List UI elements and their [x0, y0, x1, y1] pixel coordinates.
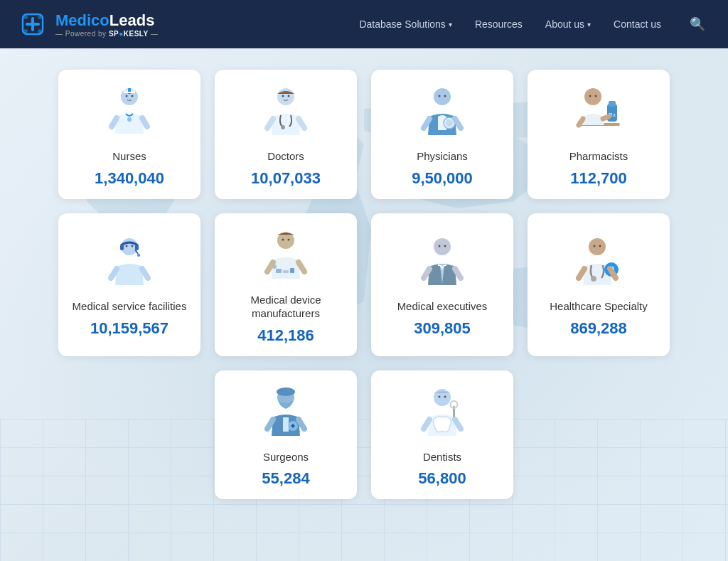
search-icon[interactable]: 🔍 — [684, 11, 711, 38]
svg-point-6 — [38, 29, 42, 33]
svg-point-13 — [132, 95, 134, 97]
card-pharmacists-count: 112,700 — [570, 169, 627, 188]
card-medical-device-label: Medical device manufacturers — [226, 293, 346, 321]
physician-icon — [414, 84, 471, 141]
card-healthcare-specialty-count: 869,288 — [570, 319, 627, 338]
card-dentists[interactable]: Dentists 56,800 — [371, 370, 513, 500]
card-doctors-count: 10,07,033 — [251, 169, 321, 188]
cards-row-3: Surgeons 55,284 — [215, 370, 513, 500]
svg-point-44 — [439, 245, 441, 247]
medical-service-icon — [101, 234, 158, 291]
card-physicians-label: Physicians — [417, 149, 468, 164]
nav-resources[interactable]: Resources — [466, 13, 531, 36]
medical-executive-icon — [414, 234, 471, 291]
svg-rect-2 — [26, 23, 40, 26]
logo-icon — [17, 9, 48, 40]
brand-name: MedicoLeads — [55, 11, 158, 30]
chevron-down-icon: ▾ — [449, 21, 452, 28]
card-medical-executives[interactable]: Medical executives 309,805 — [371, 213, 513, 356]
svg-rect-31 — [120, 245, 124, 250]
nav-links: Database Solutions ▾ Resources About us … — [350, 13, 670, 36]
logo-text: MedicoLeads — Powered by SP●KESLY — — [55, 11, 158, 38]
card-surgeons-label: Surgeons — [263, 450, 309, 464]
svg-rect-37 — [276, 269, 282, 273]
svg-point-45 — [444, 245, 446, 247]
card-nurses-count: 1,340,040 — [95, 169, 164, 188]
svg-rect-55 — [283, 417, 289, 432]
doctor-icon — [257, 84, 314, 141]
nav-database-solutions[interactable]: Database Solutions ▾ — [350, 13, 460, 36]
card-medical-service-count: 10,159,567 — [90, 319, 168, 338]
svg-point-4 — [38, 15, 42, 19]
svg-point-3 — [23, 15, 28, 19]
svg-point-29 — [595, 95, 597, 97]
nav-contact-us[interactable]: Contact us — [605, 13, 670, 36]
card-healthcare-specialty[interactable]: Healthcare Specialty 869,288 — [528, 213, 670, 356]
svg-point-41 — [282, 238, 284, 240]
card-doctors[interactable]: Doctors 10,07,033 — [215, 70, 357, 199]
svg-point-60 — [439, 395, 441, 397]
logo-area: MedicoLeads — Powered by SP●KESLY — — [17, 9, 159, 40]
nurse-icon — [101, 84, 158, 141]
svg-point-28 — [589, 95, 592, 97]
svg-point-17 — [288, 95, 290, 97]
svg-rect-25 — [609, 101, 616, 107]
svg-point-14 — [277, 88, 294, 105]
svg-point-5 — [23, 29, 28, 33]
svg-point-35 — [132, 245, 134, 247]
svg-point-27 — [584, 88, 601, 105]
svg-point-51 — [594, 245, 596, 247]
chevron-down-icon: ▾ — [587, 21, 591, 28]
svg-point-34 — [126, 245, 128, 247]
healthcare-specialty-icon — [570, 234, 627, 291]
svg-point-46 — [589, 238, 606, 255]
svg-point-52 — [599, 245, 601, 247]
card-medical-service-label: Medical service facilities — [73, 299, 187, 314]
card-healthcare-specialty-label: Healthcare Specialty — [550, 299, 648, 314]
card-dentists-label: Dentists — [423, 450, 461, 464]
pharmacist-icon: Rx — [570, 84, 627, 141]
svg-point-22 — [444, 95, 446, 97]
card-surgeons-count: 55,284 — [262, 469, 309, 488]
svg-point-21 — [439, 95, 441, 97]
svg-point-18 — [434, 88, 451, 105]
card-pharmacists-label: Pharmacists — [569, 149, 628, 164]
card-dentists-count: 56,800 — [418, 469, 466, 488]
card-physicians-count: 9,50,000 — [412, 169, 473, 188]
dentist-icon — [414, 385, 471, 442]
card-pharmacists[interactable]: Rx Pharmacists 112,700 — [528, 70, 670, 199]
cards-container: Nurses 1,340,040 — [0, 48, 728, 520]
svg-rect-39 — [290, 268, 294, 273]
main-content: Nurses 1,340,040 — [0, 48, 728, 561]
svg-point-16 — [282, 95, 284, 97]
card-medical-executives-count: 309,805 — [414, 319, 471, 338]
svg-point-61 — [444, 395, 446, 397]
cards-row-1: Nurses 1,340,040 — [58, 70, 670, 199]
svg-point-42 — [288, 238, 290, 240]
svg-point-11 — [127, 117, 132, 122]
card-medical-service[interactable]: Medical service facilities 10,159,567 — [58, 213, 200, 356]
card-medical-executives-label: Medical executives — [397, 299, 488, 314]
card-surgeons[interactable]: Surgeons 55,284 — [215, 370, 357, 500]
cards-row-2: Medical service facilities 10,159,567 — [58, 213, 670, 356]
nav-about-us[interactable]: About us ▾ — [537, 13, 599, 36]
svg-point-33 — [137, 254, 140, 257]
card-physicians[interactable]: Physicians 9,50,000 — [371, 70, 513, 199]
svg-point-47 — [591, 276, 596, 282]
surgeon-icon — [257, 385, 314, 442]
card-nurses-label: Nurses — [112, 149, 146, 164]
svg-rect-38 — [283, 270, 289, 273]
card-medical-device[interactable]: Medical device manufacturers 412,186 — [215, 213, 357, 356]
svg-point-20 — [446, 119, 453, 127]
svg-point-15 — [281, 125, 285, 129]
card-doctors-label: Doctors — [267, 149, 304, 164]
svg-point-54 — [277, 388, 295, 396]
powered-by: — Powered by SP●KESLY — — [55, 30, 158, 38]
medical-device-icon — [257, 228, 314, 284]
svg-point-43 — [434, 238, 451, 255]
card-medical-device-count: 412,186 — [257, 326, 314, 345]
navbar: MedicoLeads — Powered by SP●KESLY — Data… — [0, 0, 728, 48]
card-nurses[interactable]: Nurses 1,340,040 — [58, 70, 200, 199]
svg-rect-10 — [124, 92, 135, 93]
svg-point-12 — [126, 95, 128, 97]
